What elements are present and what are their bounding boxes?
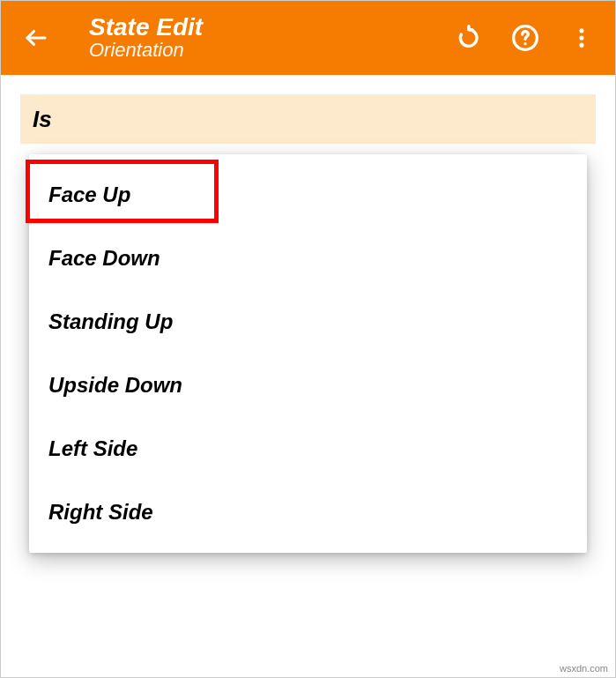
undo-icon — [455, 24, 483, 52]
option-face-up[interactable]: Face Up — [29, 163, 587, 227]
back-arrow-icon — [23, 25, 49, 51]
options-dropdown: Face Up Face Down Standing Up Upside Dow… — [29, 154, 587, 553]
title-block: State Edit Orientation — [89, 14, 453, 63]
help-icon — [511, 24, 539, 52]
svg-point-5 — [579, 43, 583, 48]
option-right-side[interactable]: Right Side — [29, 481, 587, 544]
watermark: wsxdn.com — [560, 663, 608, 674]
overflow-menu-button[interactable] — [566, 22, 597, 54]
page-subtitle: Orientation — [89, 39, 453, 62]
back-button[interactable] — [19, 20, 54, 56]
option-upside-down[interactable]: Upside Down — [29, 354, 587, 417]
svg-point-4 — [579, 35, 583, 40]
app-header: State Edit Orientation — [1, 1, 615, 75]
condition-label: Is — [33, 106, 52, 133]
content-area: Is Face Up Face Down Standing Up Upside … — [1, 75, 615, 144]
header-actions — [453, 22, 597, 54]
option-left-side[interactable]: Left Side — [29, 417, 587, 481]
option-face-down[interactable]: Face Down — [29, 227, 587, 290]
help-button[interactable] — [509, 22, 541, 54]
condition-bar[interactable]: Is — [20, 94, 596, 144]
more-vert-icon — [569, 26, 594, 50]
background-peek — [587, 269, 596, 384]
undo-button[interactable] — [453, 22, 485, 54]
svg-point-3 — [579, 28, 583, 33]
page-title: State Edit — [89, 14, 453, 41]
option-standing-up[interactable]: Standing Up — [29, 290, 587, 354]
